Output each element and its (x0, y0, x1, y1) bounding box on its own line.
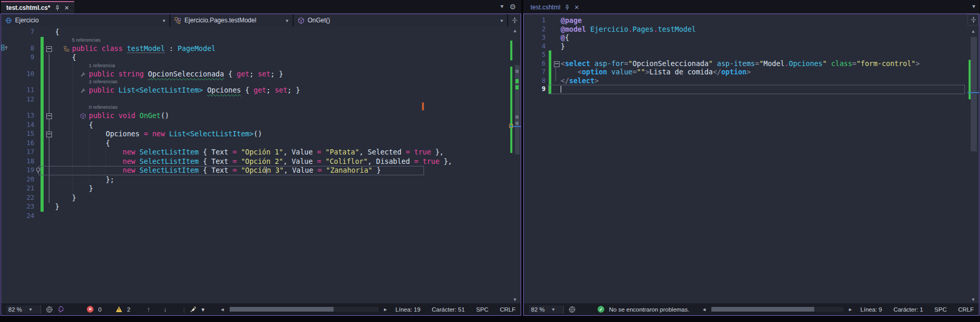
code-text[interactable]: public void OnGet() (53, 111, 521, 121)
line-number[interactable]: 6 (530, 59, 546, 68)
column-indicator[interactable]: Carácter: 51 (432, 306, 465, 313)
intellicode-icon[interactable] (58, 306, 64, 313)
glyph-margin[interactable] (524, 59, 530, 68)
code-text[interactable]: { (53, 121, 521, 130)
glyph-margin[interactable] (1, 121, 10, 130)
fold-margin[interactable] (45, 194, 53, 203)
lightbulb-icon[interactable] (35, 167, 41, 175)
fold-margin[interactable] (45, 148, 53, 157)
glyph-margin[interactable] (524, 85, 530, 94)
type-dropdown[interactable]: Ejercicio.Pages.testModel ▾ (170, 14, 294, 27)
horizontal-scrollbar[interactable] (230, 307, 379, 312)
error-icon[interactable]: ✕ (87, 306, 94, 313)
glyph-margin[interactable] (1, 130, 10, 139)
glyph-margin[interactable] (524, 76, 530, 85)
glyph-margin[interactable] (524, 50, 530, 59)
fold-margin[interactable] (45, 111, 53, 121)
glyph-margin[interactable] (1, 202, 10, 212)
code-line[interactable]: 19 new SelectListItem { Text = "Opción 3… (1, 166, 521, 175)
line-number[interactable]: 11 (10, 86, 34, 95)
fold-margin[interactable] (45, 70, 53, 79)
code-line[interactable]: 14 { (1, 121, 521, 130)
fold-margin[interactable] (45, 175, 53, 185)
line-number[interactable]: 3 (530, 33, 546, 42)
code-text[interactable]: @{ (560, 33, 979, 42)
collapse-icon[interactable] (46, 132, 52, 137)
line-number[interactable]: 8 (530, 76, 546, 85)
code-line[interactable]: 8 public class testModel : PageModel (1, 44, 521, 54)
code-text[interactable]: Opciones = new List<SelectListItem>() (53, 130, 521, 139)
warning-icon[interactable] (116, 306, 122, 312)
code-cleanup-icon[interactable] (190, 306, 197, 313)
collapse-icon[interactable] (46, 113, 52, 119)
scroll-up-icon[interactable]: ▲ (509, 28, 521, 33)
zoom-dropdown[interactable]: 82 % ▾ (529, 305, 564, 314)
scroll-right-icon[interactable]: ► (383, 307, 388, 312)
codelens-label[interactable]: 2 referencias (53, 79, 521, 86)
fold-margin[interactable] (45, 139, 53, 148)
chevron-down-icon[interactable]: ▾ (500, 3, 504, 10)
line-number[interactable]: 9 (10, 53, 34, 62)
codelens-row[interactable]: 1 referencia (1, 62, 521, 70)
line-number[interactable]: 19 (10, 166, 34, 175)
code-line[interactable]: 13 public void OnGet() (1, 111, 521, 121)
fold-margin[interactable] (552, 42, 560, 51)
code-line[interactable]: 10 public string OpcionSeleccionada { ge… (1, 70, 521, 79)
glyph-margin[interactable] (1, 184, 10, 194)
code-text[interactable] (53, 95, 521, 105)
line-number[interactable]: 18 (10, 157, 34, 166)
line-indicator[interactable]: Línea: 9 (860, 306, 882, 313)
code-line[interactable]: 7 <option value="">Lista de comida</opti… (524, 68, 979, 76)
scroll-up-icon[interactable]: ▲ (968, 29, 979, 34)
class-icon[interactable] (63, 45, 70, 54)
web-preview-disabled-icon[interactable] (568, 306, 576, 313)
fold-margin[interactable] (45, 95, 53, 105)
chevron-down-icon[interactable]: ▾ (202, 306, 205, 313)
fold-margin[interactable] (45, 184, 53, 194)
error-count[interactable]: 0 (98, 306, 101, 313)
line-number[interactable]: 14 (10, 121, 34, 130)
line-ending-indicator[interactable]: CRLF (500, 306, 515, 313)
line-number[interactable]: 10 (10, 70, 34, 79)
code-line[interactable]: 5 (524, 50, 979, 59)
line-number[interactable]: 22 (10, 194, 34, 203)
glyph-margin[interactable] (1, 148, 10, 157)
code-line[interactable]: 6<select asp-for="OpcionSeleccionada" as… (524, 59, 979, 68)
code-text[interactable]: public string OpcionSeleccionada { get; … (53, 70, 521, 79)
collapse-icon[interactable] (46, 46, 52, 52)
fold-margin[interactable] (45, 212, 53, 221)
code-line[interactable]: 22 } (1, 194, 521, 203)
close-icon[interactable]: ✕ (64, 5, 69, 11)
fold-margin[interactable] (45, 121, 53, 130)
glyph-margin[interactable] (1, 53, 10, 62)
pin-icon[interactable] (564, 5, 570, 10)
code-line[interactable]: 16 { (1, 139, 521, 148)
code-text[interactable]: new SelectListItem { Text = "Opción 2", … (53, 157, 521, 166)
line-indicator[interactable]: Línea: 19 (395, 306, 420, 313)
glyph-margin[interactable] (1, 166, 10, 175)
code-area[interactable]: 1@page2@model Ejercicio.Pages.testModel3… (524, 14, 979, 303)
up-arrow-icon[interactable]: ↑ (147, 306, 150, 313)
line-number[interactable]: 23 (10, 202, 34, 212)
glyph-margin[interactable] (1, 157, 10, 166)
member-dropdown[interactable]: OnGet() ▾ (294, 14, 508, 27)
code-line[interactable]: 21 } (1, 184, 521, 194)
code-text[interactable]: { (53, 28, 521, 37)
code-text[interactable]: { (53, 139, 521, 148)
codelens-label[interactable]: 1 referencia (53, 62, 521, 70)
code-text[interactable] (53, 212, 521, 221)
line-number[interactable]: 7 (10, 28, 34, 37)
fold-margin[interactable] (45, 53, 53, 62)
line-number[interactable]: 9 (530, 85, 546, 94)
code-text[interactable]: </select> (560, 76, 979, 85)
fold-margin[interactable] (552, 25, 560, 34)
tab-test-cshtml[interactable]: test.cshtml ✕ (525, 1, 585, 14)
collapse-icon[interactable] (554, 61, 560, 67)
fold-margin[interactable] (45, 166, 53, 175)
gear-icon[interactable]: ⚙ (509, 3, 516, 11)
code-line[interactable]: 1@page (524, 16, 979, 25)
warning-count[interactable]: 2 (127, 306, 130, 313)
split-editor-icon[interactable] (508, 14, 521, 27)
scrollbar-thumb[interactable] (971, 37, 977, 151)
line-number[interactable]: 2 (530, 25, 546, 34)
